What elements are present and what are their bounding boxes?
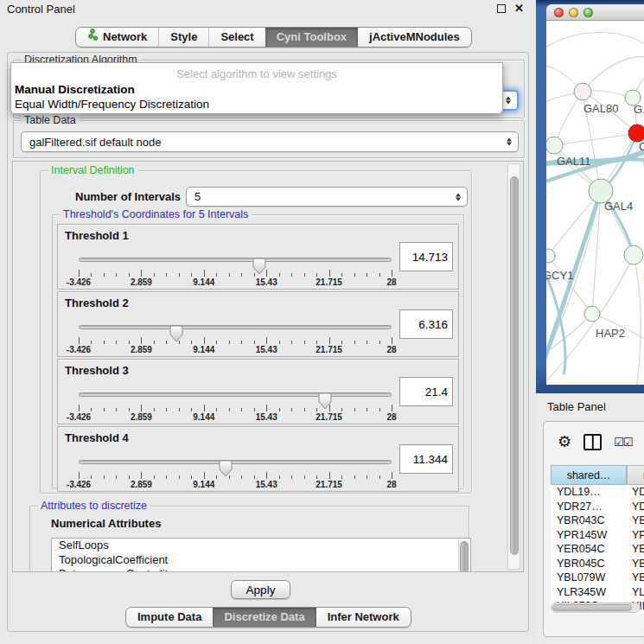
cell-name: YDL1 [627, 485, 644, 500]
float-panel-icon[interactable] [497, 4, 506, 13]
algorithm-option-equal-width[interactable]: Equal Width/Frequency Discretization [11, 97, 502, 112]
settings-vertical-scrollbar[interactable] [507, 163, 520, 570]
number-of-intervals-label: Number of Intervals [75, 190, 181, 203]
table-row[interactable]: YDL19…YDL1 [551, 485, 644, 500]
cell-name: YBR0 [627, 513, 644, 528]
control-panel: Control Panel ✕ NetworkStyleSelectCyni T… [0, 0, 536, 644]
cell-name: YBR0 [627, 557, 644, 571]
close-window-icon[interactable] [554, 8, 564, 17]
table-data-combobox[interactable]: galFiltered.sif default node [21, 131, 519, 152]
cell-shared-name: YLR345W [551, 585, 627, 600]
slider-track[interactable] [79, 258, 392, 262]
close-panel-icon[interactable]: ✕ [514, 3, 524, 14]
attribute-list-item[interactable]: TopologicalCoefficient [52, 553, 470, 568]
attributes-list-scrollbar[interactable] [458, 539, 469, 572]
cell-shared-name: YDL19… [551, 485, 627, 500]
number-of-intervals-combobox[interactable]: 5 [186, 187, 468, 207]
zoom-window-icon[interactable] [583, 8, 593, 17]
control-panel-title: Control Panel [7, 3, 75, 16]
number-of-intervals-value: 5 [194, 190, 201, 203]
tab-label: Cyni Toolbox [277, 28, 347, 47]
cell-name: YPR1 [627, 528, 644, 543]
threshold-coordinates-title: Threshold's Coordinates for 5 Intervals [60, 208, 252, 220]
threshold-value-field[interactable] [399, 444, 453, 474]
network-node-label: GAL4 [604, 200, 633, 213]
table-row[interactable]: YBL079WYBL0 [551, 571, 644, 585]
threshold-label: Threshold 1 [65, 229, 129, 242]
table-panel-title: Table Panel [547, 400, 606, 413]
table-row[interactable]: YPR145WYPR1 [551, 528, 644, 543]
tab-impute-data[interactable]: Impute Data [126, 608, 213, 627]
threshold-slider[interactable]: -3.4262.8599.14415.4321.71528 [79, 251, 392, 289]
attribute-list-item[interactable]: SelfLoops [52, 539, 470, 553]
slider-ticks [79, 472, 392, 479]
top-tab-bar: NetworkStyleSelectCyni ToolboxjActiveMNo… [75, 27, 472, 48]
tab-style[interactable]: Style [158, 28, 208, 47]
threshold-2-panel: Threshold 2-3.4262.8599.14415.4321.71528 [57, 291, 459, 357]
threshold-value-field[interactable] [399, 309, 453, 339]
threshold-value-field[interactable] [399, 377, 453, 406]
tab-infer-network[interactable]: Infer Network [316, 608, 411, 627]
algorithm-option-manual[interactable]: Manual Discretization [11, 82, 502, 97]
node-table-card: ⚙ ☑☑ shared… na YDL19…YDL1YDR27…YDR2YBR0… [543, 421, 644, 637]
slider-track[interactable] [79, 460, 392, 464]
slider-track[interactable] [79, 325, 392, 329]
table-row[interactable]: YDR27…YDR2 [551, 500, 644, 514]
network-node[interactable] [628, 124, 644, 142]
table-horizontal-scrollbar[interactable] [551, 603, 641, 613]
table-row[interactable]: YBR043CYBR0 [551, 513, 644, 528]
algorithm-placeholder-option[interactable]: Select algorithm to view settings [11, 63, 502, 82]
network-node[interactable] [546, 137, 563, 154]
cell-name: YDR2 [627, 500, 644, 514]
table-panel: Table Panel ⚙ ☑☑ shared… na YDL19…YDL1YD… [536, 393, 644, 644]
slider-track[interactable] [79, 392, 392, 397]
network-canvas[interactable]: GAL80G.CGAL11GAL4GCY1HHAP2 [546, 21, 644, 385]
combo-arrows-icon [507, 138, 512, 146]
attribute-list-item[interactable]: BetweennessCentrality [52, 567, 470, 572]
threshold-slider[interactable]: -3.4262.8599.14415.4321.71528 [79, 318, 392, 356]
tab-select[interactable]: Select [208, 28, 265, 47]
column-header-shared-name[interactable]: shared… [551, 465, 627, 485]
threshold-3-panel: Threshold 3-3.4262.8599.14415.4321.71528 [57, 359, 459, 424]
tab-label: Impute Data [137, 608, 201, 627]
table-row[interactable]: YLR345WYLR3 [551, 585, 644, 600]
threshold-value-field[interactable] [399, 242, 453, 271]
cell-name: YBL0 [627, 571, 644, 585]
gear-icon[interactable]: ⚙ [558, 434, 571, 450]
table-toolbar: ⚙ ☑☑ [544, 422, 644, 462]
cell-shared-name: YBL079W [551, 571, 627, 585]
network-node[interactable] [574, 83, 591, 100]
network-node[interactable] [546, 249, 555, 263]
threshold-slider[interactable]: -3.4262.8599.14415.4321.71528 [79, 453, 392, 491]
tab-cyni-toolbox[interactable]: Cyni Toolbox [265, 28, 358, 47]
slider-tick-labels: -3.4262.8599.14415.4321.71528 [79, 412, 392, 423]
table-data-value: galFiltered.sif default node [29, 136, 161, 149]
network-node[interactable] [624, 245, 643, 265]
interval-definition-title: Interval Definition [48, 164, 138, 176]
cell-name: YER0 [627, 542, 644, 557]
column-header-name[interactable]: na [627, 465, 644, 485]
threshold-slider[interactable]: -3.4262.8599.14415.4321.71528 [79, 386, 392, 424]
tab-label: Select [220, 28, 253, 47]
table-row[interactable]: YER054CYER0 [551, 542, 644, 557]
slider-tick-labels: -3.4262.8599.14415.4321.71528 [79, 480, 392, 490]
table-row[interactable]: YBR045CYBR0 [551, 557, 644, 571]
network-view-window: GAL80G.CGAL11GAL4GCY1HHAP2 [536, 0, 644, 393]
slider-ticks [79, 405, 392, 411]
numerical-attributes-list[interactable]: SelfLoopsTopologicalCoefficientBetweenne… [51, 538, 471, 572]
tab-jactivemnodules[interactable]: jActiveMNodules [358, 28, 471, 47]
checkboxes-icon[interactable]: ☑☑ [614, 436, 632, 449]
tab-discretize-data[interactable]: Discretize Data [213, 608, 316, 627]
network-node-label: HAP2 [596, 327, 625, 340]
network-node-label: C [639, 140, 644, 153]
table-data-group: Table Data galFiltered.sif default node [13, 120, 525, 158]
slider-ticks [79, 337, 392, 344]
network-node[interactable] [584, 306, 600, 322]
tab-network[interactable]: Network [76, 28, 158, 47]
split-columns-icon[interactable] [583, 434, 602, 450]
network-node-label: GAL11 [557, 155, 591, 168]
attributes-group-title: Attributes to discretize [37, 500, 150, 512]
threshold-label: Threshold 2 [65, 296, 129, 309]
minimize-window-icon[interactable] [569, 8, 578, 17]
apply-button[interactable]: Apply [231, 580, 290, 599]
